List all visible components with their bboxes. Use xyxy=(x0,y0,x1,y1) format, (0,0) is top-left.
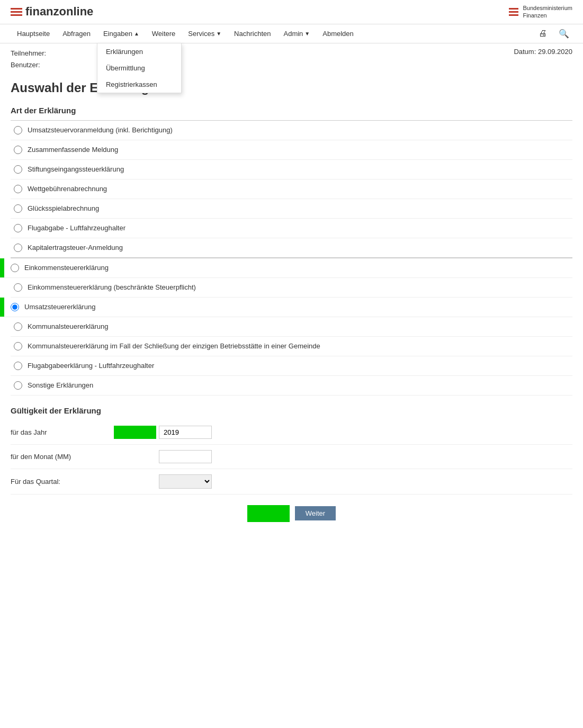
radio-opt14[interactable] xyxy=(14,381,22,390)
quartal-select[interactable]: 1 2 3 4 xyxy=(159,474,212,489)
radio-opt1[interactable] xyxy=(14,126,22,134)
radio-label-opt10[interactable]: Umsatzsteuererklärung xyxy=(24,303,95,311)
validity-section: Gültigkeit der Erklärung für das Jahr fü… xyxy=(11,406,572,495)
datum-label: Datum: xyxy=(514,48,536,56)
page-title: Auswahl der Erklärung xyxy=(11,80,572,95)
radio-row-opt14: Sonstige Erklärungen xyxy=(11,376,572,396)
info-right: Datum: 29.09.2020 xyxy=(514,48,572,71)
radio-row-opt3: Stiftungseingangssteuerklärung xyxy=(11,160,572,179)
info-left: Teilnehmer: Benutzer: xyxy=(11,48,46,71)
radio-label-opt13[interactable]: Flugabgabeerklärung - Luftfahrzeughalter xyxy=(28,362,154,370)
dropdown-ubermittlung[interactable]: Übermittlung xyxy=(97,60,181,76)
radio-row-opt12: Kommunalsteuererklärung im Fall der Schl… xyxy=(11,337,572,356)
radio-opt2[interactable] xyxy=(14,146,22,154)
radio-opt13[interactable] xyxy=(14,362,22,370)
button-row: Weiter xyxy=(11,505,572,522)
radio-label-opt11[interactable]: Kommunalsteuererklärung xyxy=(28,322,108,330)
radio-opt5[interactable] xyxy=(14,204,22,213)
benutzer-label: Benutzer: xyxy=(11,59,46,71)
radio-label-opt12[interactable]: Kommunalsteuererklärung im Fall der Schl… xyxy=(28,342,320,350)
validity-section-title: Gültigkeit der Erklärung xyxy=(11,406,572,415)
radio-opt3[interactable] xyxy=(14,165,22,174)
gov-logo: Bundesministerium Finanzen xyxy=(509,4,572,20)
radio-label-opt4[interactable]: Wettgebührenabrechnung xyxy=(28,185,107,193)
radio-opt10[interactable] xyxy=(11,303,19,311)
info-row: Teilnehmer: Benutzer: Datum: 29.09.2020 xyxy=(0,43,583,75)
nav-eingaben[interactable]: Eingaben ▲ xyxy=(97,24,146,43)
radio-row-opt8: Einkommensteuererklärung xyxy=(0,258,572,278)
weiter-button[interactable]: Weiter xyxy=(295,506,336,520)
nav-hauptseite[interactable]: Hauptseite xyxy=(11,24,56,43)
gov-text: Bundesministerium Finanzen xyxy=(523,4,572,20)
datum-value: 29.09.2020 xyxy=(538,48,572,56)
nav-abmelden[interactable]: Abmelden xyxy=(316,24,360,43)
dropdown-erklarungen[interactable]: Erklärungen xyxy=(97,43,181,60)
nav-abfragen[interactable]: Abfragen xyxy=(56,24,97,43)
monat-input[interactable] xyxy=(159,450,212,463)
green-placeholder-button[interactable] xyxy=(247,505,290,522)
radio-label-opt6[interactable]: Flugabgabe - Luftfahrzeughalter xyxy=(28,224,125,232)
radio-row-opt13: Flugabgabeerklärung - Luftfahrzeughalter xyxy=(11,356,572,376)
radio-row-opt1: Umsatzsteuervoranmeldung (inkl. Berichti… xyxy=(11,121,572,140)
radio-opt4[interactable] xyxy=(14,185,22,193)
radio-label-opt1[interactable]: Umsatzsteuervoranmeldung (inkl. Berichti… xyxy=(28,126,173,134)
nav-nachrichten[interactable]: Nachrichten xyxy=(228,24,277,43)
logo-text: finanzonline xyxy=(25,5,93,19)
radio-opt8[interactable] xyxy=(11,264,19,272)
nav-icons: 🖨 🔍 xyxy=(535,25,572,42)
art-section: Art der Erklärung Umsatzsteuervoranmeldu… xyxy=(11,106,572,396)
radio-label-opt9[interactable]: Einkommensteuererklärung (beschränkte St… xyxy=(28,283,196,291)
chevron-down-icon: ▼ xyxy=(216,31,221,37)
radio-label-opt3[interactable]: Stiftungseingangssteuerklärung xyxy=(28,165,124,173)
radio-row-opt9: Einkommensteuererklärung (beschränkte St… xyxy=(11,278,572,298)
radio-opt6[interactable] xyxy=(14,224,22,232)
radio-label-opt14[interactable]: Sonstige Erklärungen xyxy=(28,381,93,389)
eingaben-dropdown-menu: Erklärungen Übermittlung Registrierkasse… xyxy=(97,43,182,93)
nav-services[interactable]: Services ▼ xyxy=(182,24,228,43)
validity-row-jahr: für das Jahr xyxy=(11,420,572,445)
nav-admin[interactable]: Admin ▼ xyxy=(277,24,316,43)
radio-row-opt10: Umsatzsteuererklärung xyxy=(0,298,572,317)
main-nav: Hauptseite Abfragen Eingaben ▲ Erklärung… xyxy=(0,24,583,43)
validity-row-monat: für den Monat (MM) xyxy=(11,445,572,469)
header: finanzonline Bundesministerium Finanzen xyxy=(0,0,583,24)
radio-opt7[interactable] xyxy=(14,244,22,252)
monat-label: für den Monat (MM) xyxy=(11,453,159,461)
radio-row-opt5: Glücksspielabrechnung xyxy=(11,199,572,219)
quartal-label: Für das Quartal: xyxy=(11,478,159,486)
radio-label-opt5[interactable]: Glücksspielabrechnung xyxy=(28,204,99,212)
radio-row-opt4: Wettgebührenabrechnung xyxy=(11,179,572,199)
radio-row-opt2: Zusammenfassende Meldung xyxy=(11,140,572,160)
nav-eingaben-dropdown: Eingaben ▲ Erklärungen Übermittlung Regi… xyxy=(97,24,146,43)
radio-row-opt7: Kapitalertragsteuer-Anmeldung xyxy=(11,238,572,258)
print-icon[interactable]: 🖨 xyxy=(535,25,550,41)
nav-weitere[interactable]: Weitere xyxy=(146,24,182,43)
chevron-up-icon: ▲ xyxy=(134,31,139,37)
logo-area: finanzonline xyxy=(11,5,93,19)
validity-row-quartal: Für das Quartal: 1 2 3 4 xyxy=(11,469,572,495)
radio-row-opt11: Kommunalsteuererklärung xyxy=(11,317,572,337)
radio-opt12[interactable] xyxy=(14,342,22,350)
menu-icon[interactable] xyxy=(11,8,22,16)
radio-opt9[interactable] xyxy=(14,283,22,292)
dropdown-registrierkassen[interactable]: Registrierkassen xyxy=(97,76,181,93)
radio-opt11[interactable] xyxy=(14,322,22,331)
art-section-title: Art der Erklärung xyxy=(11,106,572,115)
radio-list: Umsatzsteuervoranmeldung (inkl. Berichti… xyxy=(11,120,572,396)
teilnehmer-label: Teilnehmer: xyxy=(11,48,46,59)
main-content: Auswahl der Erklärung Art der Erklärung … xyxy=(0,75,583,538)
radio-label-opt2[interactable]: Zusammenfassende Meldung xyxy=(28,146,118,154)
radio-row-opt6: Flugabgabe - Luftfahrzeughalter xyxy=(11,219,572,238)
radio-label-opt7[interactable]: Kapitalertragsteuer-Anmeldung xyxy=(28,244,123,251)
radio-label-opt8[interactable]: Einkommensteuererklärung xyxy=(24,264,109,272)
chevron-down-icon-admin: ▼ xyxy=(304,31,310,37)
search-icon[interactable]: 🔍 xyxy=(555,25,572,42)
gov-menu-icon xyxy=(509,8,518,16)
jahr-input[interactable] xyxy=(159,426,212,439)
